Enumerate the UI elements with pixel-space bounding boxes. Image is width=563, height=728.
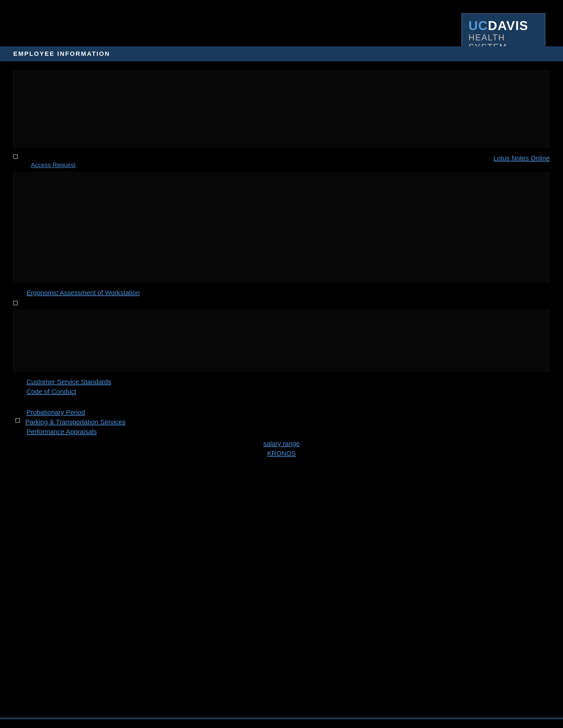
parking-link[interactable]: Parking & Transportation Services (25, 418, 126, 426)
lotus-notes-link[interactable]: Lotus Notes Online (493, 154, 550, 162)
performance-link[interactable]: Performance Appraisals (26, 428, 97, 435)
salary-row: salary range (13, 440, 550, 447)
performance-row: Performance Appraisals (13, 428, 550, 435)
content-block-1 (13, 71, 550, 148)
header-title: EMPLOYEE INFORMATION (13, 50, 110, 57)
logo-uc: UC (469, 18, 488, 33)
access-request-row: Access Request Lotus Notes Online (13, 154, 550, 169)
ergonomic-row: Ergonomic Assessment of Workstation (13, 289, 550, 296)
header-bar: EMPLOYEE INFORMATION (0, 46, 563, 61)
code-of-conduct-row: Code of Conduct (13, 388, 550, 395)
kronos-row: KRONOS (13, 450, 550, 457)
kronos-link[interactable]: KRONOS (267, 450, 296, 457)
customer-service-row: Customer Service Standards (13, 378, 550, 386)
content-block-3 (13, 310, 550, 372)
ergonomic-link[interactable]: Ergonomic Assessment of Workstation (26, 289, 140, 296)
content-block-2 (13, 172, 550, 282)
bottom-spacer (13, 466, 550, 510)
checkbox-2[interactable] (13, 301, 18, 305)
probationary-link[interactable]: Probationary Period (26, 409, 85, 416)
logo-davis: DAVIS (488, 18, 528, 33)
probationary-row: Probationary Period (13, 409, 550, 416)
checkbox-row-2 (13, 301, 550, 305)
access-request-link[interactable]: Access Request (31, 161, 75, 168)
code-of-conduct-link[interactable]: Code of Conduct (26, 388, 76, 395)
checkbox-access[interactable] (13, 154, 18, 159)
salary-link[interactable]: salary range (263, 440, 300, 447)
customer-service-link[interactable]: Customer Service Standards (26, 378, 111, 385)
spacer-1 (13, 400, 550, 409)
checkbox-parking[interactable] (15, 418, 20, 423)
footer-bar (0, 717, 563, 719)
parking-row: Parking & Transportation Services (13, 418, 550, 426)
